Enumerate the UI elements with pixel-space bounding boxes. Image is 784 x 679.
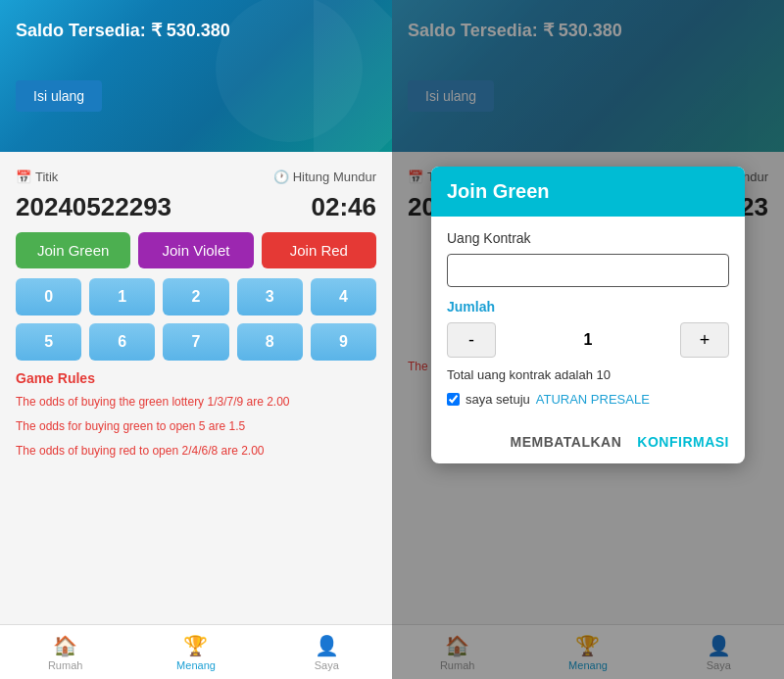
hitung-mundur-label: 🕐 Hitung Mundur xyxy=(273,170,376,184)
left-balance-text: Saldo Tersedia: ₹ 530.380 xyxy=(16,20,376,41)
number-btn-4[interactable]: 4 xyxy=(311,278,376,315)
number-btn-9[interactable]: 9 xyxy=(311,323,376,361)
modal-body: Uang Kontrak Jumlah - 1 + Total uang kon… xyxy=(431,217,745,434)
number-btn-2[interactable]: 2 xyxy=(163,278,228,315)
titik-label: 📅 Titik xyxy=(16,170,58,184)
total-text: Total uang kontrak adalah 10 xyxy=(447,367,729,382)
join-green-button[interactable]: Join Green xyxy=(16,232,130,268)
modal-overlay: Join Green Uang Kontrak Jumlah - 1 + Tot… xyxy=(392,0,784,679)
number-btn-3[interactable]: 3 xyxy=(237,278,303,315)
modal-header: Join Green xyxy=(431,167,745,217)
modal-confirm-button[interactable]: KONFIRMASI xyxy=(637,434,729,450)
left-timer-row: 📅 Titik 🕐 Hitung Mundur xyxy=(16,162,376,188)
left-panel: Saldo Tersedia: ₹ 530.380 Isi ulang 📅 Ti… xyxy=(0,0,392,679)
agreement-checkbox[interactable] xyxy=(447,393,460,406)
number-btn-0[interactable]: 0 xyxy=(16,278,81,315)
number-btn-6[interactable]: 6 xyxy=(89,323,155,361)
right-panel: Saldo Tersedia: ₹ 530.380 Isi ulang 📅 Ti… xyxy=(392,0,784,679)
left-number-grid: 0123456789 xyxy=(16,278,376,361)
join-violet-button[interactable]: Join Violet xyxy=(138,232,253,268)
game-rules-title: Game Rules xyxy=(16,370,376,386)
left-nav-icon-saya: 👤 xyxy=(315,634,339,657)
left-join-buttons: Join Green Join Violet Join Red xyxy=(16,232,376,268)
number-btn-1[interactable]: 1 xyxy=(89,278,155,315)
left-game-rules: Game Rules The odds of buying the green … xyxy=(16,370,376,459)
left-nav-item-menang[interactable]: 🏆Menang xyxy=(130,625,261,679)
modal-cancel-button[interactable]: MEMBATALKAN xyxy=(510,434,621,450)
left-big-row: 20240522293 02:46 xyxy=(16,192,376,222)
left-header-card: Saldo Tersedia: ₹ 530.380 Isi ulang xyxy=(0,0,392,152)
left-nav-label-rumah: Rumah xyxy=(48,659,82,671)
left-countdown: 02:46 xyxy=(312,192,377,222)
agreement-link[interactable]: ATURAN PRESALE xyxy=(536,392,650,407)
left-nav-item-saya[interactable]: 👤Saya xyxy=(262,625,392,679)
left-nav-icon-rumah: 🏠 xyxy=(53,634,77,657)
number-btn-7[interactable]: 7 xyxy=(163,323,228,361)
rule-text: The odds of buying red to open 2/4/6/8 a… xyxy=(16,443,376,460)
rule-text: The odds of buying the green lottery 1/3… xyxy=(16,394,376,411)
quantity-plus-button[interactable]: + xyxy=(680,322,729,358)
rule-text: The odds for buying green to open 5 are … xyxy=(16,418,376,435)
quantity-value: 1 xyxy=(506,331,670,349)
join-red-button[interactable]: Join Red xyxy=(262,232,376,268)
left-bottom-nav: 🏠Rumah🏆Menang👤Saya xyxy=(0,624,392,679)
left-nav-item-rumah[interactable]: 🏠Rumah xyxy=(0,625,130,679)
join-green-modal: Join Green Uang Kontrak Jumlah - 1 + Tot… xyxy=(431,167,745,463)
modal-footer: MEMBATALKAN KONFIRMASI xyxy=(431,434,745,463)
left-nav-label-saya: Saya xyxy=(315,659,339,671)
left-nav-icon-menang: 🏆 xyxy=(183,634,208,657)
left-content-area: 📅 Titik 🕐 Hitung Mundur 20240522293 02:4… xyxy=(0,152,392,624)
number-btn-5[interactable]: 5 xyxy=(16,323,81,361)
left-nav-label-menang: Menang xyxy=(176,659,216,671)
uang-kontrak-input[interactable] xyxy=(447,254,729,287)
quantity-row: - 1 + xyxy=(447,322,729,358)
hitung-icon: 🕐 xyxy=(273,170,289,184)
uang-kontrak-label: Uang Kontrak xyxy=(447,230,729,246)
quantity-minus-button[interactable]: - xyxy=(447,322,496,358)
checkbox-row: saya setuju ATURAN PRESALE xyxy=(447,392,729,407)
agreement-text: saya setuju xyxy=(466,392,530,407)
left-ticket-number: 20240522293 xyxy=(16,192,172,222)
modal-title: Join Green xyxy=(447,180,729,203)
number-btn-8[interactable]: 8 xyxy=(237,323,303,361)
titik-icon: 📅 xyxy=(16,170,31,184)
left-refill-button[interactable]: Isi ulang xyxy=(16,80,102,112)
jumlah-label: Jumlah xyxy=(447,299,729,315)
